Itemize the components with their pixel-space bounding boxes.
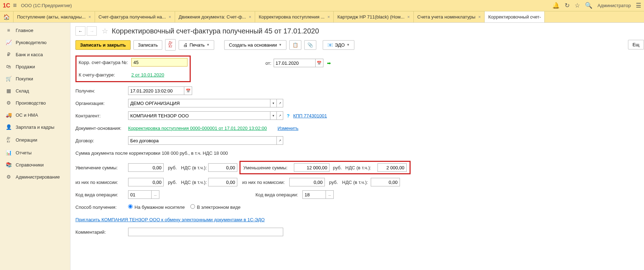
sidebar-item-warehouse[interactable]: ▦Склад	[0, 85, 70, 97]
op-code1-input[interactable]	[128, 190, 152, 199]
edo-button[interactable]: 📧ЭДО▼	[323, 40, 354, 50]
save-button[interactable]: Записать	[133, 40, 163, 50]
sidebar-item-admin[interactable]: ⚙Администрирование	[0, 171, 70, 183]
comment-input[interactable]	[128, 228, 283, 236]
tab-2[interactable]: Движения документа: Счет-ф...×	[175, 11, 255, 22]
close-icon[interactable]: ×	[249, 15, 251, 20]
favorite-icon[interactable]: ☆	[102, 27, 108, 35]
from-date-input[interactable]	[274, 59, 316, 67]
calendar-icon[interactable]: 📅	[184, 86, 192, 95]
electronic-radio[interactable]: В электронном виде	[190, 204, 241, 210]
truck-icon: 🚚	[5, 112, 12, 118]
sidebar-item-operations[interactable]: ДтКтОперации	[0, 133, 70, 147]
close-icon[interactable]: ×	[327, 15, 330, 20]
forward-button[interactable]: →	[87, 26, 97, 36]
ellipsis-icon[interactable]: ...	[152, 190, 159, 199]
ellipsis-icon[interactable]: ...	[326, 190, 334, 199]
tab-6-active[interactable]: Корректировочный счет-	[485, 11, 545, 22]
doc-base-link[interactable]: Корректировка поступления 0000-000001 от…	[128, 126, 267, 131]
sidebar-item-references[interactable]: 📚Справочники	[0, 159, 70, 171]
rub-label: руб.	[168, 165, 177, 170]
sidebar-item-salary[interactable]: 👤Зарплата и кадры	[0, 121, 70, 133]
sidebar-item-reports[interactable]: 📊Отчеты	[0, 147, 70, 159]
decrease-label: Уменьшение суммы:	[243, 165, 290, 170]
create-based-button[interactable]: Создать на основании▼	[224, 40, 286, 50]
bell-icon[interactable]: 🔔	[552, 2, 560, 9]
comm-vat-dec-input[interactable]	[371, 178, 400, 186]
vat-label: НДС (в т.ч.):	[181, 165, 208, 170]
print-button[interactable]: 🖨Печать▼	[179, 40, 215, 50]
tab-3[interactable]: Корректировка поступления ...×	[255, 11, 334, 22]
cart-icon: 🛒	[5, 76, 12, 81]
search-icon[interactable]: 🔍	[585, 2, 592, 9]
received-input[interactable]	[128, 86, 184, 95]
close-icon[interactable]: ×	[407, 15, 410, 20]
sidebar-item-production[interactable]: ⚙Производство	[0, 97, 70, 109]
contract-input[interactable]	[128, 136, 277, 145]
attach-button[interactable]: 📎	[304, 40, 316, 50]
invite-edo-link[interactable]: Пригласить КОМПАНИЯ ТЕНЗОР ООО к обмену …	[75, 217, 265, 222]
user-label[interactable]: Администратор	[597, 3, 631, 8]
open-icon[interactable]: ↗	[277, 99, 283, 107]
sidebar-item-bank[interactable]: ₽Банк и касса	[0, 48, 70, 60]
tab-4[interactable]: Картридж HP 711(black) (Ном...×	[334, 11, 414, 22]
sidebar-item-sales[interactable]: 🛍Продажи	[0, 60, 70, 73]
comm-dec-input[interactable]	[289, 178, 325, 186]
save-close-button[interactable]: Записать и закрыть	[75, 40, 131, 50]
to-invoice-label: К счету-фактуре:	[79, 72, 131, 78]
org-label: Организация:	[75, 101, 128, 106]
tab-0[interactable]: Поступление (акты, накладны...×	[14, 11, 95, 22]
commission-label: из них по комиссии:	[75, 180, 128, 185]
bag-icon: 🛍	[5, 64, 12, 69]
copy-button[interactable]: 📋	[289, 40, 301, 50]
tab-home[interactable]: 🏠	[0, 11, 14, 22]
contractor-label: Контрагент:	[75, 113, 128, 118]
more-button[interactable]: Ещ	[628, 40, 644, 49]
close-icon[interactable]: ×	[478, 15, 481, 20]
tab-1[interactable]: Счет-фактура полученный на...×	[95, 11, 175, 22]
comm-inc-input[interactable]	[128, 178, 164, 186]
close-icon[interactable]: ×	[89, 15, 91, 20]
books-icon: 📚	[5, 162, 12, 168]
sidebar-item-assets[interactable]: 🚚ОС и НМА	[0, 109, 70, 121]
received-label: Получен:	[75, 88, 128, 94]
vat-label: НДС (в т.ч.):	[181, 180, 208, 185]
vat-inc-input[interactable]	[208, 163, 237, 172]
org-input[interactable]	[128, 99, 270, 107]
close-icon[interactable]: ×	[169, 15, 171, 20]
change-link[interactable]: Изменить	[278, 126, 299, 131]
settings-icon[interactable]: ☰	[636, 2, 641, 9]
edo-icon: 📧	[327, 42, 333, 48]
op-code-label: Код вида операции:	[75, 192, 128, 197]
help-icon[interactable]: ?	[287, 113, 290, 118]
star-icon[interactable]: ☆	[575, 2, 580, 9]
highlight-decrease: Уменьшение суммы: руб. НДС (в т.ч.):	[239, 161, 411, 174]
corr-num-input[interactable]	[131, 58, 188, 67]
comm-vat-inc-input[interactable]	[208, 178, 237, 186]
op-code2-input[interactable]	[302, 190, 326, 199]
open-icon[interactable]: ↗	[277, 111, 283, 120]
history-icon[interactable]: ↻	[565, 2, 570, 9]
sidebar-item-main[interactable]: ≡Главное	[0, 24, 70, 36]
open-icon[interactable]: ↗	[277, 136, 283, 145]
vat-dec-input[interactable]	[378, 163, 407, 172]
back-button[interactable]: ←	[75, 26, 85, 36]
calendar-icon[interactable]: 📅	[316, 59, 323, 67]
dropdown-icon[interactable]: ▾	[270, 111, 277, 120]
apply-icon[interactable]: ➡	[327, 60, 331, 66]
dtkt-button[interactable]: ДтКт	[165, 39, 175, 51]
decrease-input[interactable]	[294, 163, 329, 172]
vat-dec-label: НДС (в т.ч.):	[345, 165, 374, 170]
tab-5[interactable]: Счета учета номенклатуры×	[414, 11, 485, 22]
paper-radio[interactable]: На бумажном носителе	[128, 204, 185, 210]
sidebar-item-purchases[interactable]: 🛒Покупки	[0, 73, 70, 85]
contractor-input[interactable]	[128, 111, 270, 120]
sidebar-item-manager[interactable]: 📈Руководителю	[0, 36, 70, 48]
to-invoice-link[interactable]: 2 от 10.01.2020	[131, 72, 164, 78]
content: ← → ☆ Корректировочный счет-фактура полу…	[70, 23, 644, 270]
kpp-link[interactable]: КПП 774301001	[293, 113, 327, 118]
corr-num-label: Корр. счет-фактура №:	[79, 60, 131, 65]
dropdown-icon[interactable]: ▾	[270, 99, 277, 107]
menu-icon[interactable]: ≡	[13, 2, 17, 9]
increase-input[interactable]	[128, 163, 164, 172]
